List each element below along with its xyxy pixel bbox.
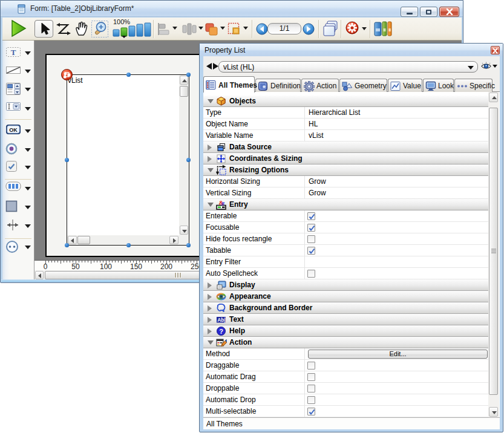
- property-value-cell[interactable]: Grow: [304, 187, 488, 199]
- tabcontrol-tool[interactable]: [2, 181, 34, 196]
- rectangle-tool[interactable]: [2, 200, 34, 215]
- maximize-button[interactable]: [420, 7, 437, 17]
- tab-geometry[interactable]: Geometry: [339, 79, 387, 92]
- button-tool[interactable]: OK: [2, 124, 34, 138]
- checkbox-unchecked[interactable]: [307, 235, 315, 243]
- section-header-action[interactable]: Action: [203, 337, 488, 348]
- section-header-coordinates-sizing[interactable]: Coordinates & Sizing: [203, 153, 488, 164]
- scroll-up-button[interactable]: [180, 76, 188, 85]
- property-value-cell[interactable]: [304, 371, 488, 383]
- hscroll-thumb[interactable]: [77, 236, 90, 244]
- section-header-objects[interactable]: Objects: [203, 96, 488, 107]
- chevron-down-icon[interactable]: [25, 88, 31, 91]
- selection-handle[interactable]: [126, 73, 131, 77]
- scroll-left-button[interactable]: [35, 271, 44, 279]
- checkbox-unchecked[interactable]: [307, 385, 315, 392]
- object-method-badge-icon[interactable]: [61, 69, 73, 80]
- checkbox-checked[interactable]: [307, 408, 315, 415]
- next-page-button[interactable]: [303, 23, 315, 35]
- property-value-cell[interactable]: Hierarchical List: [304, 107, 488, 119]
- section-header-help[interactable]: ?Help: [203, 325, 488, 337]
- pan-tool-button[interactable]: [74, 21, 89, 36]
- selection-handle[interactable]: [186, 243, 191, 247]
- section-header-resizing-options[interactable]: Resizing Options: [203, 164, 488, 176]
- chevron-down-icon[interactable]: [25, 129, 31, 133]
- object-selector-combobox[interactable]: vList (HL): [218, 61, 478, 73]
- property-value-cell[interactable]: [304, 383, 488, 394]
- radio-tool[interactable]: [2, 143, 34, 157]
- page-indicator[interactable]: 1/1: [267, 23, 301, 34]
- tab-look[interactable]: Look: [423, 79, 454, 92]
- hierarchical-list-object[interactable]: vList: [67, 74, 189, 246]
- checkbox-tool[interactable]: [2, 160, 34, 175]
- vscroll-thumb[interactable]: [180, 86, 188, 97]
- collapse-triangle-icon[interactable]: [208, 168, 214, 172]
- section-header-entry[interactable]: &#Entry: [203, 199, 488, 210]
- chevron-down-icon[interactable]: [25, 206, 31, 209]
- selection-handle[interactable]: [186, 158, 191, 162]
- prev-object-icon[interactable]: [206, 63, 212, 70]
- tab-action[interactable]: Action: [301, 79, 339, 92]
- section-header-appearance[interactable]: Appearance: [203, 291, 488, 302]
- chevron-down-icon[interactable]: [362, 27, 367, 30]
- property-value-cell[interactable]: Grow: [304, 176, 488, 187]
- tab-value[interactable]: Value: [388, 79, 422, 92]
- collapse-triangle-icon[interactable]: [208, 99, 214, 103]
- checkbox-unchecked[interactable]: [307, 396, 315, 404]
- selection-handle[interactable]: [65, 243, 69, 247]
- chevron-down-icon[interactable]: [25, 70, 31, 73]
- scroll-down-button[interactable]: [180, 226, 188, 235]
- display-format-button[interactable]: [322, 21, 339, 37]
- expand-triangle-icon[interactable]: [208, 328, 212, 334]
- chevron-down-icon[interactable]: [25, 246, 31, 249]
- property-value-cell[interactable]: [304, 360, 488, 371]
- property-value-cell[interactable]: [304, 210, 488, 222]
- expand-triangle-icon[interactable]: [208, 317, 212, 323]
- selection-tool-button[interactable]: [34, 20, 53, 37]
- collapse-triangle-icon[interactable]: [208, 340, 214, 345]
- tab-all-themes[interactable]: All Themes: [203, 76, 255, 93]
- group-button[interactable]: [227, 22, 242, 36]
- scroll-up-button[interactable]: [489, 93, 498, 102]
- expand-triangle-icon[interactable]: [208, 305, 212, 311]
- selection-handle[interactable]: [65, 158, 69, 162]
- expand-triangle-icon[interactable]: [208, 294, 212, 300]
- chevron-down-icon[interactable]: [25, 166, 31, 169]
- edit-method-button[interactable]: Edit...: [308, 350, 488, 359]
- level-button[interactable]: [205, 22, 219, 36]
- chevron-down-icon[interactable]: [243, 27, 248, 30]
- section-header-background-and-border[interactable]: Background and Border: [203, 302, 488, 314]
- previous-page-button[interactable]: [256, 23, 268, 35]
- input-tool[interactable]: [2, 102, 34, 116]
- form-properties-button[interactable]: [345, 21, 359, 34]
- collapse-triangle-icon[interactable]: [208, 203, 214, 207]
- chevron-down-icon[interactable]: [220, 27, 225, 30]
- expand-triangle-icon[interactable]: [208, 145, 212, 151]
- selection-handle[interactable]: [186, 73, 191, 77]
- section-header-display[interactable]: Display: [203, 279, 488, 291]
- expand-triangle-icon[interactable]: [208, 156, 212, 162]
- eye-dropdown-icon[interactable]: [493, 65, 497, 68]
- checkbox-checked[interactable]: [307, 224, 315, 232]
- chevron-down-icon[interactable]: [25, 224, 31, 228]
- scroll-left-button[interactable]: [68, 236, 77, 244]
- entry-order-tool-button[interactable]: [56, 22, 71, 36]
- selection-handle[interactable]: [126, 243, 131, 247]
- chevron-down-icon[interactable]: [198, 27, 203, 30]
- property-value-cell[interactable]: [304, 222, 488, 233]
- object-hscrollbar[interactable]: [67, 235, 179, 245]
- property-grid-scrollbar[interactable]: [488, 92, 499, 417]
- checkbox-unchecked[interactable]: [307, 270, 315, 278]
- property-value-cell[interactable]: [304, 394, 488, 406]
- align-button[interactable]: [157, 22, 172, 36]
- object-vscrollbar[interactable]: [179, 75, 189, 235]
- chevron-down-icon[interactable]: [25, 107, 31, 111]
- checkbox-checked[interactable]: [307, 247, 315, 255]
- scroll-down-button[interactable]: [489, 407, 498, 417]
- checkbox-checked[interactable]: [307, 212, 315, 220]
- expand-triangle-icon[interactable]: [208, 282, 212, 288]
- text-tool[interactable]: T: [2, 46, 34, 60]
- chevron-down-icon[interactable]: [25, 148, 31, 152]
- property-value-cell[interactable]: vList: [304, 130, 488, 142]
- scroll-right-button[interactable]: [169, 236, 178, 244]
